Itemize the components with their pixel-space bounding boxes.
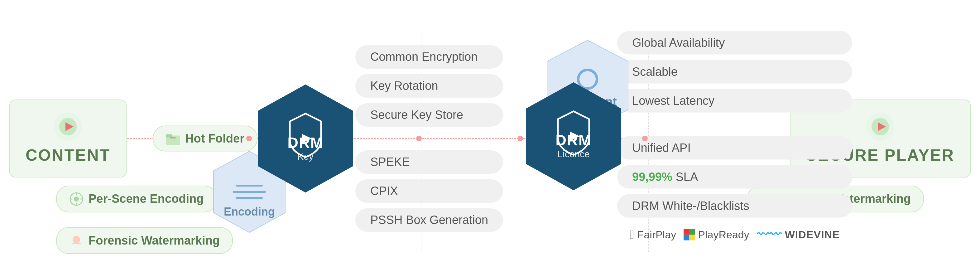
drm-key-hex-container: DRM Key bbox=[256, 82, 355, 195]
secure-player-icon-circle bbox=[866, 113, 894, 141]
hot-folder-label: Hot Folder bbox=[185, 132, 244, 145]
playready-icon bbox=[684, 229, 695, 240]
brand-logos:  FairPlay PlayReady 〰〰 WIDEVINE bbox=[617, 223, 852, 246]
feature-gap-left bbox=[355, 132, 503, 145]
content-icon-circle bbox=[54, 113, 82, 141]
feature-lowest-latency: Lowest Latency bbox=[617, 89, 852, 113]
dot-3 bbox=[517, 136, 523, 141]
diagram-container: CONTENT SECURE PLAYER Hot Folder bbox=[0, 0, 980, 277]
drm-key-title: DRM bbox=[287, 134, 323, 151]
feature-common-encryption: Common Encryption bbox=[355, 45, 503, 68]
content-label: CONTENT bbox=[25, 146, 110, 164]
drm-licence-features: Global Availability Scalable Lowest Late… bbox=[617, 31, 852, 246]
forensic-left-label: Forensic Watermarking bbox=[89, 234, 220, 247]
svg-rect-5 bbox=[166, 134, 172, 137]
feature-sla: 99,99% SLA bbox=[617, 166, 852, 189]
forensic-watermarking-left-pill: Forensic Watermarking bbox=[56, 227, 233, 254]
widevine-label: WIDEVINE bbox=[785, 229, 840, 241]
feature-scalable: Scalable bbox=[617, 60, 852, 84]
feature-pssh: PSSH Box Generation bbox=[355, 209, 503, 232]
dot-1 bbox=[246, 136, 252, 141]
widevine-icon: 〰〰 bbox=[757, 228, 782, 242]
feature-drm-blacklists: DRM White-/Blacklists bbox=[617, 194, 852, 218]
drm-key-hex-wrapper: DRM Key bbox=[256, 82, 355, 195]
svg-point-8 bbox=[74, 196, 79, 202]
playready-logo: PlayReady bbox=[684, 229, 749, 241]
hot-folder-pill: Hot Folder bbox=[153, 126, 258, 151]
drm-key-features: Common Encryption Key Rotation Secure Ke… bbox=[355, 45, 503, 232]
feature-unified-api: Unified API bbox=[617, 136, 852, 160]
drm-licence-subtitle: Licence bbox=[555, 149, 591, 159]
fairplay-logo:  FairPlay bbox=[630, 228, 676, 242]
drm-licence-hex-container: DRM Licence bbox=[523, 80, 624, 193]
per-scene-pill: Per-Scene Encoding bbox=[56, 186, 217, 212]
pr-red bbox=[684, 229, 689, 235]
pr-green bbox=[689, 229, 695, 235]
playready-label: PlayReady bbox=[698, 229, 749, 241]
svg-point-13 bbox=[73, 236, 80, 243]
encoding-label: Encoding bbox=[224, 205, 275, 218]
content-box: CONTENT bbox=[10, 100, 127, 177]
feature-speke: SPEKE bbox=[355, 150, 503, 174]
per-scene-label: Per-Scene Encoding bbox=[89, 192, 204, 205]
feature-cpix: CPIX bbox=[355, 179, 503, 203]
apple-icon:  bbox=[630, 228, 634, 242]
svg-rect-14 bbox=[72, 243, 81, 244]
fairplay-label: FairPlay bbox=[638, 229, 676, 241]
sla-percentage: 99,99% bbox=[632, 170, 672, 183]
feature-gap-right bbox=[617, 118, 852, 131]
drm-licence-title: DRM bbox=[555, 132, 591, 149]
pr-blue bbox=[684, 235, 689, 240]
svg-rect-6 bbox=[170, 137, 176, 138]
feature-global-availability: Global Availability bbox=[617, 31, 852, 54]
feature-secure-key-store: Secure Key Store bbox=[355, 103, 503, 127]
pr-yellow bbox=[689, 235, 695, 240]
widevine-logo: 〰〰 WIDEVINE bbox=[757, 228, 840, 242]
feature-key-rotation: Key Rotation bbox=[355, 74, 503, 98]
drm-licence-hex-wrapper: DRM Licence bbox=[523, 80, 624, 193]
drm-key-subtitle: Key bbox=[287, 151, 323, 162]
dot-2 bbox=[416, 136, 422, 141]
dot-4 bbox=[642, 136, 648, 141]
